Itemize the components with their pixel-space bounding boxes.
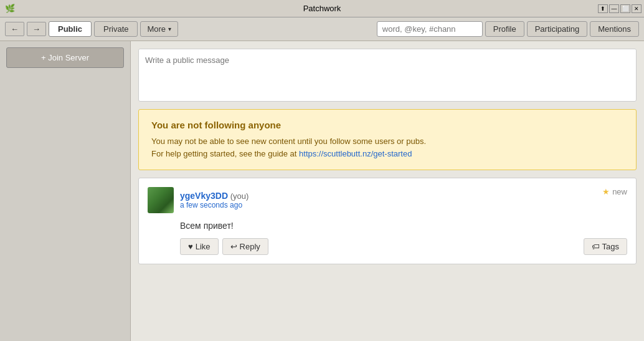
post-author-area: ygeVky3DD (you) a few seconds ago	[148, 187, 249, 213]
post-header: ygeVky3DD (you) a few seconds ago ★ new	[148, 187, 627, 213]
warning-text: You may not be able to see new content u…	[151, 135, 623, 160]
avatar[interactable]	[148, 187, 174, 213]
warning-link[interactable]: https://scuttlebutt.nz/get-started	[299, 149, 412, 158]
search-input[interactable]	[377, 21, 483, 37]
new-label: new	[612, 187, 627, 196]
tab-public[interactable]: Public	[49, 21, 92, 37]
warning-box: You are not following anyone You may not…	[138, 109, 637, 170]
reply-label: Reply	[240, 242, 260, 251]
profile-button[interactable]: Profile	[485, 21, 524, 37]
post-time[interactable]: a few seconds ago	[180, 201, 249, 209]
main-layout: + Join Server You are not following anyo…	[0, 41, 644, 341]
forward-button[interactable]: →	[27, 22, 46, 36]
content-area: You are not following anyone You may not…	[131, 41, 644, 341]
tags-icon: 🏷	[592, 242, 600, 251]
restore-button[interactable]: ⬜	[620, 4, 630, 13]
star-icon: ★	[602, 187, 610, 196]
tab-private[interactable]: Private	[94, 21, 138, 37]
post-body: Всем привет!	[148, 221, 627, 231]
app-logo: 🌿	[5, 4, 15, 14]
author-info: ygeVky3DD (you) a few seconds ago	[180, 191, 249, 209]
author-name-line: ygeVky3DD (you)	[180, 191, 249, 201]
more-menu-button[interactable]: More ▾	[140, 21, 178, 37]
you-badge: (you)	[230, 191, 249, 201]
title-bar-title: Patchwork	[303, 4, 341, 13]
post-card: ygeVky3DD (you) a few seconds ago ★ new …	[138, 178, 637, 264]
more-label: More	[147, 24, 166, 34]
window-controls: ⬆ — ⬜ ✕	[598, 4, 642, 13]
join-server-button[interactable]: + Join Server	[6, 47, 124, 68]
mentions-button[interactable]: Mentions	[590, 21, 639, 37]
tags-label: Tags	[602, 242, 619, 251]
post-actions-left: ♥ Like ↩ Reply	[180, 238, 268, 255]
maximize-button[interactable]: ⬆	[598, 4, 608, 13]
minimize-button[interactable]: —	[609, 4, 619, 13]
back-button[interactable]: ←	[5, 22, 24, 36]
warning-line2-prefix: For help getting started, see the guide …	[151, 149, 299, 158]
reply-icon: ↩	[230, 242, 237, 251]
reply-button[interactable]: ↩ Reply	[222, 238, 268, 255]
title-bar: 🌿 Patchwork ⬆ — ⬜ ✕	[0, 0, 644, 17]
like-label: Like	[196, 242, 211, 251]
like-icon: ♥	[188, 242, 193, 251]
toolbar: ← → Public Private More ▾ Profile Partic…	[0, 17, 644, 41]
post-actions: ♥ Like ↩ Reply 🏷 Tags	[148, 238, 627, 255]
like-button[interactable]: ♥ Like	[180, 238, 219, 255]
new-badge: ★ new	[602, 187, 627, 196]
sidebar: + Join Server	[0, 41, 131, 341]
warning-line1: You may not be able to see new content u…	[151, 137, 426, 146]
chevron-down-icon: ▾	[168, 26, 171, 32]
close-button[interactable]: ✕	[632, 4, 642, 13]
participating-button[interactable]: Participating	[527, 21, 588, 37]
tags-button[interactable]: 🏷 Tags	[584, 238, 627, 255]
composer-textarea[interactable]	[139, 49, 636, 99]
author-name[interactable]: ygeVky3DD	[180, 191, 228, 201]
warning-title: You are not following anyone	[151, 120, 623, 130]
message-composer	[138, 49, 637, 102]
